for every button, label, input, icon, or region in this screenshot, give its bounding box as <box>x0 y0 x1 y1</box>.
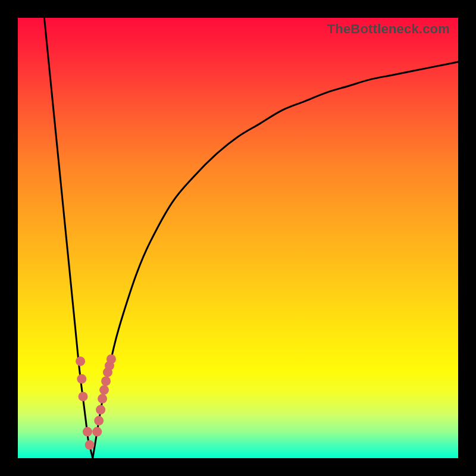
marker-point <box>85 440 95 450</box>
marker-point <box>76 356 85 366</box>
curve-layer <box>18 18 458 458</box>
marker-point <box>101 377 111 386</box>
marker-point <box>98 394 107 403</box>
series-right-branch <box>93 62 458 458</box>
marker-point <box>79 392 88 401</box>
series-left-branch <box>44 18 92 458</box>
marker-point <box>96 405 105 415</box>
marker-point <box>107 355 116 364</box>
marker-point <box>94 416 104 425</box>
marker-point <box>77 374 86 384</box>
marker-point <box>99 385 109 394</box>
marker-point <box>92 427 102 437</box>
marker-point <box>83 427 92 437</box>
chart-frame: TheBottleneck.com <box>0 0 476 476</box>
plot-area: TheBottleneck.com <box>18 18 458 458</box>
marker-group <box>76 355 116 450</box>
